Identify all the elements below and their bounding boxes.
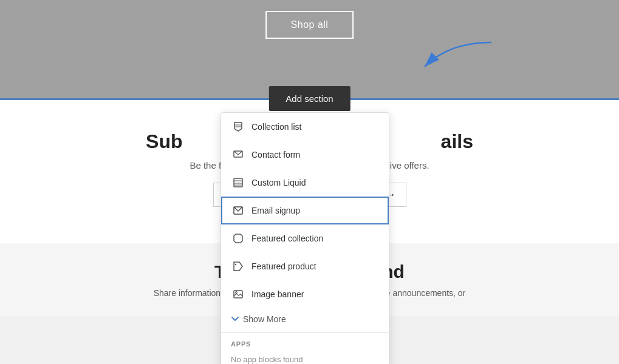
- divider: [221, 332, 389, 333]
- contact-form-icon: [232, 149, 244, 161]
- menu-item-label: Email signup: [251, 206, 300, 215]
- menu-item-image-banner[interactable]: Image banner: [221, 280, 389, 308]
- svg-rect-10: [234, 291, 242, 298]
- add-section-button[interactable]: Add section: [268, 86, 350, 111]
- top-section: Shop all Add section: [0, 0, 619, 100]
- menu-item-label: Contact form: [251, 150, 300, 160]
- menu-item-contact-form[interactable]: Contact form: [221, 141, 389, 169]
- menu-item-featured-product[interactable]: Featured product: [221, 252, 389, 280]
- svg-rect-4: [234, 178, 242, 187]
- menu-item-custom-liquid[interactable]: Custom Liquid: [221, 169, 389, 197]
- shop-all-button[interactable]: Shop all: [265, 11, 354, 39]
- show-more-button[interactable]: Show More: [221, 308, 389, 330]
- svg-point-9: [235, 264, 236, 265]
- menu-item-label: Image banner: [251, 289, 304, 299]
- menu-item-email-signup[interactable]: Email signup: [221, 197, 389, 224]
- menu-item-label: Custom Liquid: [251, 178, 306, 187]
- chevron-down-icon: [231, 315, 239, 323]
- custom-liquid-icon: [232, 177, 244, 189]
- featured-product-icon: [232, 260, 244, 272]
- svg-point-11: [236, 292, 238, 294]
- image-banner-icon: [232, 288, 244, 300]
- show-more-label: Show More: [243, 314, 286, 324]
- arrow-indicator: [376, 36, 498, 73]
- menu-item-collection-list[interactable]: Collection list: [221, 113, 389, 141]
- apps-section-label: APPS: [221, 335, 389, 350]
- menu-item-featured-collection[interactable]: Featured collection: [221, 224, 389, 252]
- menu-item-label: Featured collection: [251, 234, 323, 243]
- featured-collection-icon: [232, 232, 244, 244]
- page-background: Shop all Add section Subscribe and get e…: [0, 0, 619, 364]
- email-signup-icon: [232, 204, 244, 217]
- menu-item-label: Featured product: [251, 261, 316, 271]
- collection-list-icon: [232, 121, 244, 133]
- menu-item-label: Collection list: [251, 122, 301, 132]
- add-section-dropdown: Collection list Contact form: [221, 112, 389, 364]
- no-apps-message: No app blocks found: [221, 350, 389, 364]
